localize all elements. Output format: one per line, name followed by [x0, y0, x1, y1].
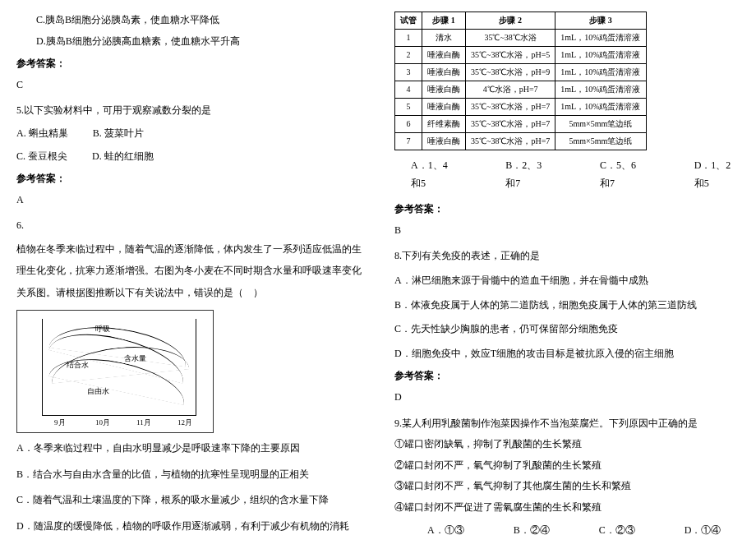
q5-option-d: D. 蛙的红细胞	[92, 148, 154, 166]
q8-option-c: C．先天性缺少胸腺的患者，仍可保留部分细胞免疫	[394, 321, 740, 339]
experiment-table: 试管 步骤 1 步骤 2 步骤 3 1清水35℃~38℃水浴1mL，10%鸡蛋清…	[394, 12, 647, 150]
q4-answer-value: C	[16, 76, 362, 95]
q9-options: A．①③ B．②④ C．②③ D．①④	[427, 522, 740, 536]
q8-answer-label: 参考答案：	[394, 367, 740, 385]
q9-option-d: D．①④	[685, 522, 721, 536]
q9-statement-4: ④罐口封闭不严促进了需氧腐生菌的生长和繁殖	[394, 499, 740, 517]
q7-answer-label: 参考答案：	[394, 201, 740, 219]
q5-option-a: A. 蝌虫精巢	[16, 125, 68, 143]
q8-answer-value: D	[394, 389, 740, 407]
chart-legend-jiehe: 结合水	[67, 358, 89, 371]
th-step2: 步骤 2	[466, 12, 555, 30]
left-column: C.胰岛B细胞分泌胰岛素，使血糖水平降低 D.胰岛B细胞分泌胰高血糖素，使血糖水…	[0, 0, 378, 535]
q9-option-a: A．①③	[427, 522, 464, 536]
q6-option-a: A．冬季来临过程中，自由水明显减少是呼吸速率下降的主要原因	[16, 440, 362, 458]
q8-option-d: D．细胞免疫中，效应T细胞的攻击目标是被抗原入侵的宿主细胞	[394, 345, 740, 363]
th-tube: 试管	[395, 12, 422, 30]
q5-option-c: C. 蚕豆根尖	[16, 148, 67, 166]
q9-statement-1: ①罐口密闭缺氧，抑制了乳酸菌的生长繁殖	[394, 436, 740, 454]
table-header-row: 试管 步骤 1 步骤 2 步骤 3	[395, 12, 647, 30]
q5-options-row1: A. 蝌虫精巢 B. 菠菜叶片	[16, 125, 362, 143]
q5-option-b: B. 菠菜叶片	[93, 125, 144, 143]
q6-paragraph: 植物在冬季来临过程中，随着气温的逐渐降低，体内发生了一系列适应低温的生理生化变化…	[16, 238, 362, 303]
q5-answer-label: 参考答案：	[16, 170, 362, 188]
chart-legend-huxi: 呼吸	[95, 322, 110, 335]
table-row: 7唾液白酶35℃~38℃水浴，pH=75mm×5mm笔边纸	[395, 133, 647, 150]
q7-option-d: D．1、2和5	[694, 157, 740, 192]
q5-answer-value: A	[16, 191, 362, 210]
table-row: 4唾液白酶4℃水浴，pH=71mL，10%鸡蛋清溶液	[395, 81, 647, 99]
right-column: 试管 步骤 1 步骤 2 步骤 3 1清水35℃~38℃水浴1mL，10%鸡蛋清…	[378, 0, 756, 535]
q8-stem: 8.下列有关免疫的表述，正确的是	[394, 247, 740, 265]
chart-axes	[42, 319, 196, 416]
table-row: 5唾液白酶35℃~38℃水浴，pH=71mL，10%鸡蛋清溶液	[395, 99, 647, 116]
q5-options-row2: C. 蚕豆根尖 D. 蛙的红细胞	[16, 148, 362, 166]
q6-number: 6.	[16, 217, 362, 235]
q4-answer-label: 参考答案：	[16, 55, 362, 73]
q6-option-d: D．随温度的缓慢降低，植物的呼吸作用逐渐减弱，有利于减少有机物的消耗	[16, 518, 362, 535]
q4-option-c: C.胰岛B细胞分泌胰岛素，使血糖水平降低	[16, 12, 362, 30]
q7-option-a: A．1、4和5	[411, 157, 456, 192]
q8-option-a: A．淋巴细胞来源于骨髓中的造血干细胞，并在骨髓中成熟	[394, 272, 740, 290]
q9-option-b: B．②④	[514, 522, 550, 536]
chart-x-10: 10月	[95, 416, 110, 429]
q9-stem: 9.某人利用乳酸菌制作泡菜因操作不当泡菜腐烂。下列原因中正确的是	[394, 415, 740, 433]
table-row: 2唾液白酶35℃~38℃水浴，pH=51mL，10%鸡蛋清溶液	[395, 47, 647, 64]
th-step1: 步骤 1	[422, 12, 466, 30]
q8-option-b: B．体液免疫属于人体的第二道防线，细胞免疫属于人体的第三道防线	[394, 297, 740, 315]
q7-answer-value: B	[394, 222, 740, 240]
q7-option-b: B．2、3和7	[505, 157, 551, 192]
chart-x-12: 12月	[177, 416, 192, 429]
table-row: 1清水35℃~38℃水浴1mL，10%鸡蛋清溶液	[395, 30, 647, 47]
q7-option-c: C．5、6和7	[600, 157, 645, 192]
chart-legend-ziyou: 自由水	[87, 385, 109, 398]
table-row: 3唾液白酶35℃~38℃水浴，pH=91mL，10%鸡蛋清溶液	[395, 64, 647, 81]
chart-x-9: 9月	[54, 416, 66, 429]
q6-option-c: C．随着气温和土壤温度的下降，根系的吸水量减少，组织的含水量下降	[16, 491, 362, 510]
q7-options: A．1、4和5 B．2、3和7 C．5、6和7 D．1、2和5	[411, 157, 740, 192]
th-step3: 步骤 3	[555, 12, 646, 30]
chart-legend-hanshui: 含水量	[124, 352, 146, 365]
q4-option-d: D.胰岛B细胞分泌胰高血糖素，使血糖水平升高	[16, 33, 362, 51]
table-row: 6纤维素酶35℃~38℃水浴，pH=75mm×5mm笔边纸	[395, 116, 647, 133]
q9-statement-3: ③罐口封闭不严，氧气抑制了其他腐生菌的生长和繁殖	[394, 477, 740, 496]
q9-statement-2: ②罐口封闭不严，氧气抑制了乳酸菌的生长繁殖	[394, 457, 740, 475]
q5-stem: 5.以下实验材料中，可用于观察减数分裂的是	[16, 102, 362, 120]
q9-option-c: C．②③	[599, 522, 635, 536]
q6-chart: 呼吸 结合水 含水量 自由水 9月 10月 11月 12月	[16, 310, 214, 433]
q6-option-b: B．结合水与自由水含量的比值，与植物的抗寒性呈现明显的正相关	[16, 466, 362, 484]
chart-x-11: 11月	[136, 416, 151, 429]
